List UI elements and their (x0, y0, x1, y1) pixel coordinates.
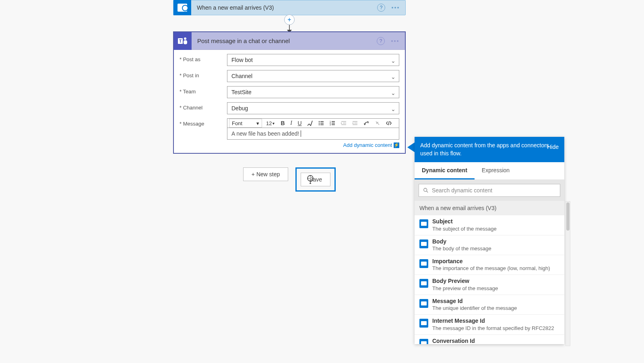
link-button[interactable] (361, 119, 372, 127)
outdent-button[interactable] (339, 119, 349, 127)
search-dynamic-content-input[interactable]: Search dynamic content (419, 184, 560, 197)
action-body: * Post as Flow bot ⌄ * Post in Channel ⌄… (174, 50, 405, 153)
trigger-card[interactable]: When a new email arrives (V3) ? (173, 0, 406, 15)
svg-rect-3 (184, 40, 187, 44)
outlook-token-icon (419, 279, 428, 288)
dynamic-item-desc: The message ID in the format specified b… (432, 325, 559, 331)
team-dropdown[interactable]: TestSite ⌄ (227, 86, 399, 98)
svg-rect-9 (320, 124, 324, 125)
scrollbar-thumb[interactable] (566, 202, 570, 231)
save-button-focus-ring: Save (295, 167, 336, 192)
code-view-button[interactable] (384, 119, 394, 127)
underline-button[interactable]: U (296, 119, 304, 127)
svg-point-8 (319, 124, 320, 125)
dynamic-content-item[interactable]: Conversation Id (415, 335, 564, 344)
dynamic-item-name: Message Id (432, 298, 559, 304)
dynamic-item-name: Internet Message Id (432, 318, 559, 324)
dynamic-content-list[interactable]: SubjectThe subject of the messageBodyThe… (415, 215, 564, 344)
trigger-menu-icon[interactable] (392, 7, 399, 8)
svg-text:3: 3 (330, 124, 331, 126)
svg-point-2 (184, 37, 186, 40)
hide-panel-link[interactable]: Hide (547, 143, 559, 151)
action-menu-icon[interactable] (391, 40, 398, 42)
add-step-inline-button[interactable]: + (284, 14, 295, 25)
unlink-button[interactable] (372, 119, 383, 127)
help-icon[interactable]: ? (377, 37, 385, 45)
action-card: T Post message in a chat or channel ? * … (173, 31, 406, 154)
dynamic-content-item[interactable]: SubjectThe subject of the message (415, 215, 564, 235)
outlook-token-icon (419, 319, 428, 328)
message-editor[interactable]: A new file has been added! (227, 128, 399, 140)
dynamic-item-name: Importance (432, 258, 559, 264)
channel-value: Debug (231, 105, 248, 111)
connector-arrow: + (173, 15, 406, 33)
svg-rect-7 (320, 123, 324, 124)
add-dynamic-content-link[interactable]: Add dynamic content ⚡ (227, 142, 399, 148)
dynamic-content-item[interactable]: Body PreviewThe preview of the message (415, 275, 564, 295)
svg-text:T: T (179, 39, 182, 43)
dynamic-item-desc: The unique identifier of the message (432, 305, 559, 311)
svg-rect-13 (332, 123, 335, 124)
tab-expression[interactable]: Expression (475, 162, 517, 179)
post-as-label: * Post as (180, 54, 227, 62)
font-family-selector[interactable]: Font▾ (229, 119, 262, 128)
post-in-dropdown[interactable]: Channel ⌄ (227, 70, 399, 82)
help-icon[interactable]: ? (377, 4, 385, 12)
new-step-button[interactable]: + New step (243, 167, 288, 181)
chevron-down-icon: ⌄ (391, 90, 396, 96)
dynamic-content-item[interactable]: ImportanceThe importance of the message … (415, 255, 564, 275)
svg-rect-15 (332, 124, 335, 125)
dynamic-item-name: Conversation Id (432, 338, 559, 344)
svg-point-4 (319, 121, 320, 122)
dynamic-content-item[interactable]: Internet Message IdThe message ID in the… (415, 315, 564, 334)
chevron-down-icon: ⌄ (391, 58, 396, 64)
dynamic-item-desc: The importance of the message (low, norm… (432, 265, 559, 271)
scrollbar[interactable] (566, 201, 570, 346)
svg-rect-16 (341, 121, 346, 122)
search-icon (423, 188, 429, 193)
dynamic-item-name: Body Preview (432, 278, 559, 284)
trigger-title: When a new email arrives (V3) (197, 4, 377, 11)
italic-button[interactable]: I (288, 119, 295, 127)
font-size-selector[interactable]: 12▾ (266, 120, 275, 126)
highlight-button[interactable] (305, 119, 315, 127)
save-button[interactable]: Save (301, 173, 330, 186)
svg-point-6 (319, 123, 320, 124)
svg-rect-11 (332, 121, 335, 122)
teams-icon: T (174, 32, 192, 50)
outlook-token-icon (419, 259, 428, 268)
rich-text-toolbar: Font▾ 12▾ B I U (227, 118, 399, 128)
tab-dynamic-content[interactable]: Dynamic content (415, 162, 475, 179)
numbered-list-button[interactable]: 1 2 3 (327, 119, 338, 127)
dynamic-item-name: Body (432, 239, 559, 245)
dynamic-content-item[interactable]: Message IdThe unique identifier of the m… (415, 295, 564, 315)
dynamic-item-desc: The preview of the message (432, 285, 559, 291)
dynamic-content-panel: Add dynamic content from the apps and co… (415, 137, 564, 344)
dynamic-item-desc: The subject of the message (432, 226, 559, 232)
channel-dropdown[interactable]: Debug ⌄ (227, 102, 399, 114)
bulleted-list-button[interactable] (316, 119, 326, 127)
bold-button[interactable]: B (279, 119, 287, 127)
post-in-label: * Post in (180, 70, 227, 78)
outlook-token-icon (419, 299, 428, 308)
flow-designer-canvas: When a new email arrives (V3) ? + T Post… (0, 0, 644, 363)
panel-callout-arrow (407, 142, 415, 152)
dynamic-content-group-header: When a new email arrives (V3) (415, 201, 564, 215)
post-in-value: Channel (231, 73, 252, 79)
dynamic-content-item[interactable]: BodyThe body of the message (415, 235, 564, 255)
dynamic-item-name: Subject (432, 219, 559, 225)
chevron-down-icon: ⌄ (391, 106, 396, 112)
svg-point-23 (424, 188, 427, 192)
svg-rect-19 (353, 121, 357, 122)
action-header[interactable]: T Post message in a chat or channel ? (174, 32, 405, 50)
svg-rect-17 (343, 123, 346, 123)
post-as-dropdown[interactable]: Flow bot ⌄ (227, 54, 399, 66)
indent-button[interactable] (350, 119, 360, 127)
team-value: TestSite (231, 89, 252, 95)
message-label: * Message (180, 118, 227, 127)
outlook-token-icon (419, 339, 428, 344)
svg-rect-20 (354, 123, 357, 123)
outlook-token-icon (419, 219, 428, 228)
team-label: * Team (180, 86, 227, 95)
svg-rect-5 (320, 121, 324, 122)
